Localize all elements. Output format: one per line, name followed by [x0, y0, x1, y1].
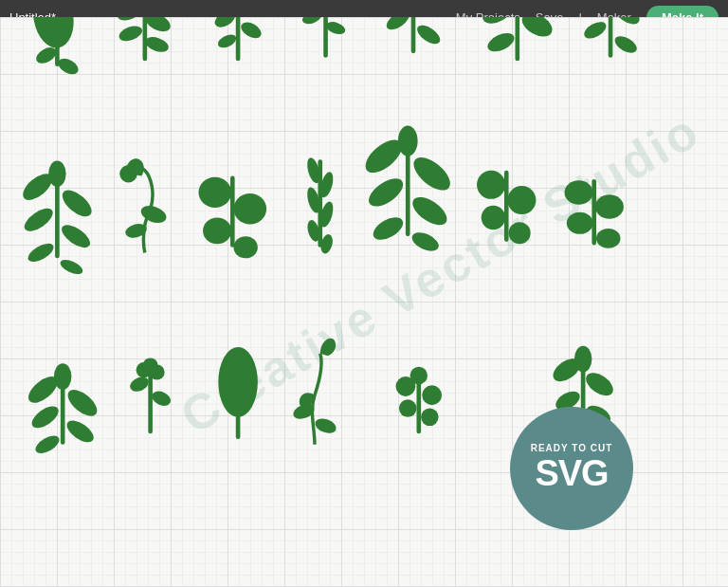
- main-layout: 9 10 11 12 13 14 15 16 17 18 19 20 21: [0, 64, 728, 587]
- canvas-column: 9 10 11 12 13 14 15 16 17 18 19 20 21: [0, 64, 581, 587]
- svg-point-96: [565, 180, 581, 204]
- svg-point-85: [364, 173, 408, 211]
- leaves-svg: [0, 82, 581, 587]
- svg-point-73: [203, 218, 231, 245]
- svg-point-67: [138, 203, 169, 227]
- svg-point-98: [567, 212, 581, 234]
- design-canvas[interactable]: Creative Vector Studio: [0, 82, 581, 587]
- svg-point-86: [408, 192, 451, 230]
- svg-point-87: [370, 212, 407, 244]
- svg-point-109: [150, 389, 173, 409]
- svg-point-106: [54, 363, 71, 390]
- svg-point-63: [58, 221, 94, 252]
- svg-point-119: [422, 385, 442, 405]
- svg-point-93: [482, 206, 505, 229]
- svg-point-103: [28, 402, 63, 432]
- svg-point-105: [33, 432, 63, 457]
- canvas-with-ruler: Creative Vector Studio: [0, 82, 581, 587]
- svg-point-112: [143, 358, 158, 373]
- badge-main-text: SVG: [535, 453, 581, 494]
- svg-point-94: [509, 222, 531, 244]
- svg-point-92: [507, 186, 536, 214]
- svg-point-108: [128, 375, 152, 394]
- svg-point-64: [26, 240, 57, 266]
- svg-point-104: [64, 416, 98, 447]
- svg-point-88: [410, 229, 442, 254]
- svg-point-89: [398, 125, 418, 156]
- badge-top-text: READY TO CUT: [531, 443, 581, 453]
- svg-point-116: [313, 416, 337, 436]
- svg-point-120: [399, 399, 416, 416]
- svg-point-61: [58, 186, 96, 222]
- svg-point-102: [64, 385, 101, 421]
- svg-point-91: [477, 171, 505, 199]
- svg-point-74: [233, 236, 257, 258]
- svg-point-122: [410, 367, 428, 384]
- svg-point-121: [421, 409, 438, 426]
- svg-point-62: [21, 204, 57, 235]
- svg-point-72: [233, 193, 266, 224]
- svg-point-65: [58, 257, 84, 277]
- svg-point-66: [48, 160, 65, 187]
- svg-point-114: [218, 347, 258, 417]
- svg-rect-90: [504, 171, 509, 242]
- svg-point-84: [409, 152, 456, 196]
- svg-point-71: [198, 177, 231, 208]
